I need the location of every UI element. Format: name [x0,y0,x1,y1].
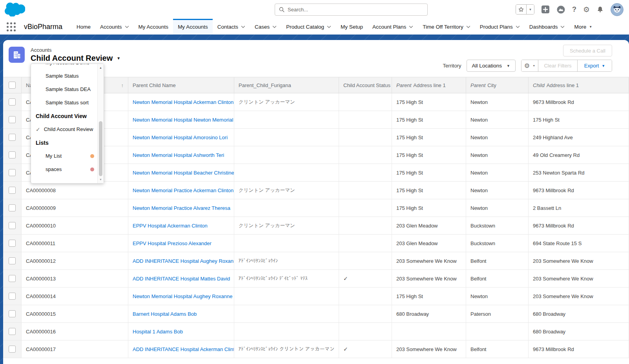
parent-child-name-link[interactable]: Barnert Hospital Adams Bob [128,305,234,322]
parent-child-name-link[interactable]: Newton Memorial Hospital Ackerman Clinto… [128,93,234,111]
nav-tab[interactable]: My Accounts [173,19,213,35]
setup-gear-icon[interactable]: ⚙ [583,6,590,13]
row-checkbox[interactable] [9,169,16,176]
parent-child-name-link[interactable]: Newton Memorial Practice Ackerman Clinto… [128,182,234,199]
global-search[interactable] [275,4,428,16]
row-checkbox[interactable] [9,222,16,229]
nav-tab[interactable]: Accounts [95,19,134,35]
column-header-parent-child-name[interactable]: Parent Child Name [128,77,234,93]
territory-select[interactable]: All Locations ▼ [467,60,516,72]
nav-tab[interactable]: Dashboards [525,19,570,35]
nav-tab-label: Dashboards [529,24,558,30]
parent-child-name-link[interactable]: EPPV Hospital Prezioso Alexander [128,235,234,252]
salesforce-logo-icon[interactable] [5,2,25,16]
list-view-option[interactable]: Sample Status sort [31,96,97,109]
column-header-parent-address[interactable]: ParentAddress line 1 [392,77,466,93]
clear-filters-button[interactable]: Clear Filters [538,60,577,71]
list-option[interactable]: My List [31,149,97,163]
cell-child-address: 253 Newton Sparta Rd [529,164,629,181]
notifications-bell-icon[interactable] [596,5,604,13]
chevron-down-icon[interactable] [272,25,277,28]
row-checkbox[interactable] [9,98,16,106]
nav-tab[interactable]: Product Plans [475,19,525,35]
chevron-down-icon[interactable] [560,25,565,28]
view-selector-caret-icon[interactable]: ▼ [117,56,120,60]
dropdown-scrollbar[interactable]: ▲ ▼ [97,64,104,183]
chevron-down-icon[interactable] [241,25,245,28]
cell-name: CA00000013 [22,270,128,287]
nav-tab[interactable]: Home [72,19,95,35]
nav-tab[interactable]: Product Catalog [281,19,336,35]
parent-child-name-link[interactable]: ADD INHERITANCE Hospital Mattes David [128,270,234,287]
list-view-option-selected[interactable]: ✓ Child Account Review [31,123,97,136]
nav-tab[interactable]: More ▼ [569,19,597,35]
list-view-option[interactable]: Sample Status DEA [31,83,97,96]
column-header-child-account-status[interactable]: Child Account Status [339,77,392,93]
row-checkbox[interactable] [9,151,16,158]
favorites-star-icon[interactable] [516,5,526,14]
parent-child-name-link[interactable]: Newton Memorial Hospital Newton Memorial… [128,111,234,128]
row-checkbox[interactable] [9,275,16,282]
user-avatar[interactable] [611,3,624,16]
row-checkbox[interactable] [9,240,16,247]
caret-down-icon[interactable]: ▼ [589,25,592,29]
nav-tab[interactable]: My Accounts [134,19,173,35]
column-header-child-address[interactable]: ChildAddress line 1 [529,77,629,93]
cell-child-account-status [339,288,392,305]
list-settings-button[interactable]: ⚙ ▼ [521,60,538,71]
row-checkbox[interactable] [9,346,16,353]
column-header-furigana[interactable]: Parent_Child_Furigana [234,77,339,93]
nav-tab[interactable]: Cases [250,19,281,35]
chevron-down-icon[interactable] [125,25,129,28]
chevron-down-icon[interactable] [327,25,331,28]
row-checkbox[interactable] [9,310,16,317]
parent-child-name-link[interactable]: EPPV Hospital Ackerman Clinton [128,217,234,234]
list-view-option[interactable]: My Accounts Demo [31,64,97,69]
nav-tab[interactable]: Time Off Territory [418,19,475,35]
parent-child-name-link[interactable]: Hospital 1 Adams Bob [128,323,234,340]
favorites-caret-icon[interactable]: ▼ [526,5,534,14]
chevron-down-icon[interactable] [466,25,470,28]
nav-tab[interactable]: Account Plans [368,19,418,35]
nav-tab[interactable]: Contacts [213,19,250,35]
parent-child-name-link[interactable]: Newton Memorial Practice Alvarez Theresa [128,199,234,217]
scrollbar-thumb[interactable] [99,121,102,176]
cell-child-account-status: ✓ [339,270,392,287]
add-icon[interactable] [541,5,550,14]
chevron-down-icon[interactable] [409,25,413,28]
cell-child-account-status [339,164,392,181]
row-checkbox[interactable] [9,328,16,335]
schedule-call-button[interactable]: Schedule a Call [563,45,612,56]
chevron-down-icon[interactable] [516,25,520,28]
page-title: Child Account Review [31,54,113,63]
cell-parent-city: Newton [466,111,529,128]
cell-child-account-status [339,252,392,269]
app-launcher-waffle-icon[interactable] [7,22,16,31]
parent-child-name-link[interactable]: Newton Memorial Hospital Ashworth Teri [128,146,234,164]
parent-child-name-link[interactable]: Newton Memorial Hospital Amorosino Lori [128,129,234,146]
guidance-icon[interactable] [556,5,565,14]
scroll-down-icon[interactable]: ▼ [98,178,104,181]
parent-child-name-link[interactable]: Newton Memorial Hospital Beacher Christi… [128,164,234,181]
nav-tab[interactable]: My Setup [336,19,368,35]
row-checkbox[interactable] [9,187,16,194]
scroll-up-icon[interactable]: ▲ [98,66,104,69]
row-checkbox[interactable] [9,204,16,211]
row-checkbox[interactable] [9,293,16,300]
parent-child-name-link[interactable]: ADD INHERITANCE Hospital Aughey Roxanne [128,252,234,269]
row-checkbox[interactable] [9,116,16,123]
help-icon[interactable]: ? [572,5,576,14]
select-all-checkbox[interactable] [9,82,16,89]
row-checkbox[interactable] [9,134,16,141]
list-option[interactable]: spaces [31,163,97,176]
parent-child-name-link[interactable]: Newton Memorial Hospital Aughey Roxanne [128,288,234,305]
list-view-option[interactable]: Sample Status [31,69,97,83]
export-button[interactable]: Export ▼ [577,60,612,71]
row-checkbox[interactable] [9,257,16,264]
column-header-parent-city[interactable]: ParentCity [466,77,529,93]
cell-furigana: クリントン アッカーマン [234,93,339,111]
search-input[interactable] [288,7,423,13]
row-checkbox-cell [3,182,22,199]
parent-child-name-link[interactable]: ADD INHERITANCE Hospital Ackerman Clinto… [128,340,234,358]
cell-name: CA00000011 [22,235,128,252]
